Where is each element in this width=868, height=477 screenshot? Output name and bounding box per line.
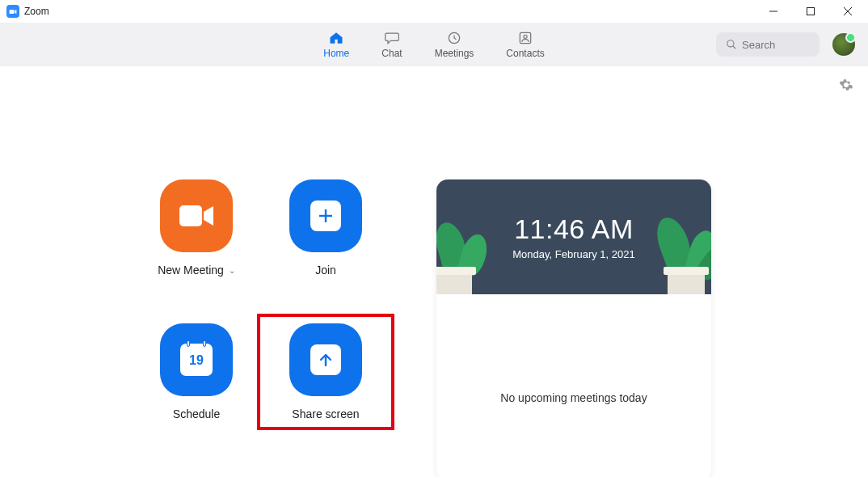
chat-icon [384, 31, 400, 45]
tab-home-label: Home [323, 48, 349, 59]
join-action: Join [265, 179, 386, 276]
today-panel: 11:46 AM Monday, February 1, 2021 No upc… [436, 179, 711, 477]
share-screen-action-highlighted: Share screen [257, 314, 394, 430]
top-toolbar: Home Chat Meetings Contacts [0, 23, 868, 66]
minimize-button[interactable] [755, 0, 792, 23]
plant-decoration-right [656, 205, 711, 294]
svg-rect-1 [807, 8, 815, 15]
close-button[interactable] [829, 0, 866, 23]
clock-icon [446, 31, 462, 45]
plus-icon [310, 201, 341, 231]
window-titlebar: Zoom [0, 0, 868, 23]
search-input[interactable] [742, 39, 807, 51]
tab-contacts-label: Contacts [506, 48, 544, 59]
maximize-button[interactable] [792, 0, 829, 23]
schedule-action: 19 Schedule [136, 323, 257, 420]
new-meeting-label-row[interactable]: New Meeting ⌄ [158, 264, 235, 276]
calendar-icon: 19 [180, 344, 213, 376]
tab-contacts[interactable]: Contacts [506, 31, 544, 59]
schedule-label: Schedule [173, 407, 220, 420]
window-controls [755, 0, 866, 23]
svg-point-6 [524, 35, 527, 38]
tab-chat-label: Chat [381, 48, 402, 59]
current-time: 11:46 AM [514, 213, 634, 245]
nav-tabs: Home Chat Meetings Contacts [323, 31, 544, 59]
meetings-list-body: No upcoming meetings today [436, 294, 711, 477]
titlebar-left: Zoom [6, 5, 49, 18]
join-button[interactable] [289, 179, 362, 252]
tab-meetings-label: Meetings [435, 48, 474, 59]
home-icon [328, 31, 344, 45]
new-meeting-action: New Meeting ⌄ [136, 179, 257, 276]
zoom-app-icon [6, 5, 19, 18]
search-icon [726, 39, 737, 50]
no-meetings-text: No upcoming meetings today [500, 391, 647, 404]
chevron-down-icon: ⌄ [229, 266, 235, 275]
plant-decoration-left [436, 205, 488, 294]
share-screen-button[interactable] [289, 323, 362, 396]
search-box[interactable] [716, 32, 820, 57]
arrow-up-icon [310, 344, 341, 375]
join-label: Join [315, 264, 336, 276]
tab-meetings[interactable]: Meetings [435, 31, 474, 59]
svg-line-8 [733, 46, 736, 49]
current-date: Monday, February 1, 2021 [512, 248, 635, 260]
new-meeting-button[interactable] [160, 179, 233, 252]
svg-rect-9 [179, 205, 202, 226]
tab-chat[interactable]: Chat [381, 31, 402, 59]
settings-button[interactable] [839, 78, 853, 95]
new-meeting-label: New Meeting [158, 264, 224, 276]
clock-banner: 11:46 AM Monday, February 1, 2021 [436, 179, 711, 294]
contacts-icon [517, 31, 533, 45]
calendar-day: 19 [180, 353, 213, 368]
profile-avatar[interactable] [832, 33, 855, 56]
home-content: New Meeting ⌄ Join 19 [0, 179, 868, 420]
svg-point-7 [727, 40, 734, 47]
tab-home[interactable]: Home [323, 31, 349, 59]
action-grid: New Meeting ⌄ Join 19 [136, 179, 386, 420]
main-area: New Meeting ⌄ Join 19 [0, 66, 868, 477]
schedule-button[interactable]: 19 [160, 323, 233, 396]
video-icon [178, 204, 215, 228]
window-title: Zoom [24, 6, 49, 17]
share-screen-label: Share screen [292, 407, 359, 420]
